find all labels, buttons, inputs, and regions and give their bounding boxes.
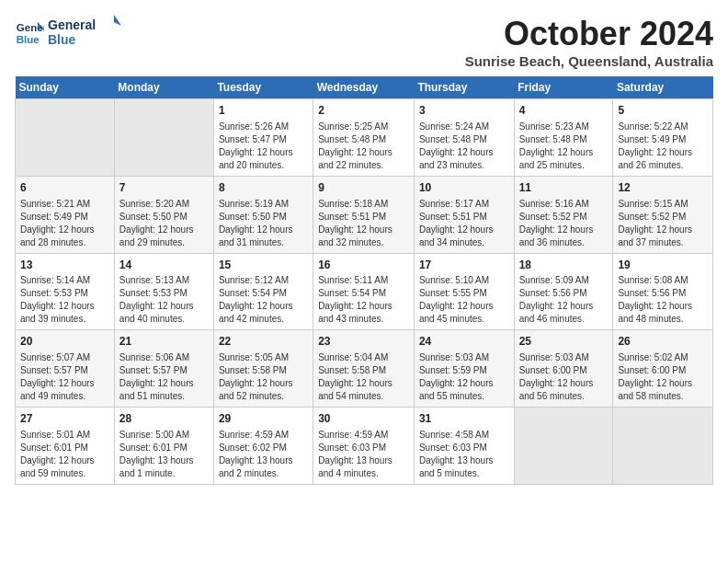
day-info: Sunrise: 5:09 AMSunset: 5:56 PMDaylight:… xyxy=(519,274,609,326)
day-number: 24 xyxy=(419,334,509,350)
day-info: Sunrise: 5:12 AMSunset: 5:54 PMDaylight:… xyxy=(219,274,308,326)
day-info: Sunrise: 5:20 AMSunset: 5:50 PMDaylight:… xyxy=(119,198,209,249)
day-number: 13 xyxy=(20,258,109,273)
calendar-cell: 25Sunrise: 5:03 AMSunset: 6:00 PMDayligh… xyxy=(514,330,613,408)
calendar-cell: 30Sunrise: 4:59 AMSunset: 6:03 PMDayligh… xyxy=(313,408,415,485)
calendar-cell: 14Sunrise: 5:13 AMSunset: 5:53 PMDayligh… xyxy=(114,253,213,330)
day-number: 12 xyxy=(618,180,708,196)
day-info: Sunrise: 5:16 AMSunset: 5:52 PMDaylight:… xyxy=(519,198,609,249)
day-number: 10 xyxy=(419,180,509,196)
day-number: 8 xyxy=(219,180,308,196)
logo-svg: General Blue xyxy=(48,15,121,52)
calendar-cell: 20Sunrise: 5:07 AMSunset: 5:57 PMDayligh… xyxy=(16,330,115,408)
day-info: Sunrise: 5:10 AMSunset: 5:55 PMDaylight:… xyxy=(419,274,509,326)
calendar-table: SundayMondayTuesdayWednesdayThursdayFrid… xyxy=(15,76,713,485)
calendar-header: SundayMondayTuesdayWednesdayThursdayFrid… xyxy=(16,76,713,99)
calendar-cell: 12Sunrise: 5:15 AMSunset: 5:52 PMDayligh… xyxy=(613,176,713,253)
day-info: Sunrise: 5:11 AMSunset: 5:54 PMDaylight:… xyxy=(318,274,409,326)
day-number: 19 xyxy=(618,258,708,273)
day-number: 25 xyxy=(519,334,609,350)
day-number: 15 xyxy=(219,258,308,273)
day-info: Sunrise: 5:14 AMSunset: 5:53 PMDaylight:… xyxy=(20,274,109,326)
page-header: General Blue General Blue General Blue O… xyxy=(15,15,713,69)
day-number: 3 xyxy=(419,103,509,119)
calendar-cell: 17Sunrise: 5:10 AMSunset: 5:55 PMDayligh… xyxy=(414,253,514,330)
calendar-cell: 6Sunrise: 5:21 AMSunset: 5:49 PMDaylight… xyxy=(16,176,115,253)
day-info: Sunrise: 5:13 AMSunset: 5:53 PMDaylight:… xyxy=(119,274,209,326)
day-info: Sunrise: 5:23 AMSunset: 5:48 PMDaylight:… xyxy=(519,121,609,172)
day-info: Sunrise: 5:22 AMSunset: 5:49 PMDaylight:… xyxy=(618,121,708,172)
day-info: Sunrise: 5:26 AMSunset: 5:47 PMDaylight:… xyxy=(219,121,308,172)
day-number: 16 xyxy=(318,258,409,273)
day-number: 6 xyxy=(20,180,109,196)
calendar-cell: 3Sunrise: 5:24 AMSunset: 5:48 PMDaylight… xyxy=(414,99,514,177)
day-number: 27 xyxy=(20,411,109,427)
weekday-header-row: SundayMondayTuesdayWednesdayThursdayFrid… xyxy=(16,76,713,99)
calendar-cell: 11Sunrise: 5:16 AMSunset: 5:52 PMDayligh… xyxy=(514,176,613,253)
day-info: Sunrise: 5:03 AMSunset: 5:59 PMDaylight:… xyxy=(419,351,509,403)
calendar-cell: 23Sunrise: 5:04 AMSunset: 5:58 PMDayligh… xyxy=(313,330,415,408)
calendar-body: 1Sunrise: 5:26 AMSunset: 5:47 PMDaylight… xyxy=(16,99,713,485)
day-info: Sunrise: 4:58 AMSunset: 6:03 PMDaylight:… xyxy=(419,429,509,480)
day-number: 9 xyxy=(318,180,409,196)
day-info: Sunrise: 5:00 AMSunset: 6:01 PMDaylight:… xyxy=(119,429,209,480)
day-number: 30 xyxy=(318,411,409,427)
calendar-cell: 21Sunrise: 5:06 AMSunset: 5:57 PMDayligh… xyxy=(114,330,213,408)
calendar-cell: 31Sunrise: 4:58 AMSunset: 6:03 PMDayligh… xyxy=(414,408,514,485)
day-info: Sunrise: 5:01 AMSunset: 6:01 PMDaylight:… xyxy=(20,429,109,480)
calendar-cell: 4Sunrise: 5:23 AMSunset: 5:48 PMDaylight… xyxy=(514,99,613,177)
day-number: 2 xyxy=(318,103,409,119)
day-info: Sunrise: 4:59 AMSunset: 6:02 PMDaylight:… xyxy=(219,429,308,480)
calendar-cell: 10Sunrise: 5:17 AMSunset: 5:51 PMDayligh… xyxy=(414,176,514,253)
calendar-cell: 2Sunrise: 5:25 AMSunset: 5:48 PMDaylight… xyxy=(313,99,415,177)
weekday-header-thursday: Thursday xyxy=(414,76,514,99)
day-number: 7 xyxy=(119,180,209,196)
weekday-header-friday: Friday xyxy=(514,76,613,99)
day-number: 14 xyxy=(119,258,209,273)
day-number: 1 xyxy=(219,103,308,119)
calendar-week-row: 13Sunrise: 5:14 AMSunset: 5:53 PMDayligh… xyxy=(16,253,713,330)
day-info: Sunrise: 4:59 AMSunset: 6:03 PMDaylight:… xyxy=(318,429,409,480)
day-info: Sunrise: 5:07 AMSunset: 5:57 PMDaylight:… xyxy=(20,351,109,403)
calendar-cell: 18Sunrise: 5:09 AMSunset: 5:56 PMDayligh… xyxy=(514,253,613,330)
calendar-cell: 13Sunrise: 5:14 AMSunset: 5:53 PMDayligh… xyxy=(16,253,115,330)
day-info: Sunrise: 5:24 AMSunset: 5:48 PMDaylight:… xyxy=(419,121,509,172)
day-info: Sunrise: 5:25 AMSunset: 5:48 PMDaylight:… xyxy=(318,121,409,172)
calendar-cell xyxy=(114,99,213,177)
calendar-cell: 8Sunrise: 5:19 AMSunset: 5:50 PMDaylight… xyxy=(213,176,313,253)
calendar-cell xyxy=(613,408,713,485)
day-info: Sunrise: 5:04 AMSunset: 5:58 PMDaylight:… xyxy=(318,351,409,403)
day-number: 20 xyxy=(20,334,109,350)
calendar-cell: 15Sunrise: 5:12 AMSunset: 5:54 PMDayligh… xyxy=(213,253,313,330)
calendar-cell: 24Sunrise: 5:03 AMSunset: 5:59 PMDayligh… xyxy=(414,330,514,408)
calendar-cell: 1Sunrise: 5:26 AMSunset: 5:47 PMDaylight… xyxy=(213,99,313,177)
day-info: Sunrise: 5:08 AMSunset: 5:56 PMDaylight:… xyxy=(618,274,708,326)
day-number: 31 xyxy=(419,411,509,427)
calendar-week-row: 20Sunrise: 5:07 AMSunset: 5:57 PMDayligh… xyxy=(16,330,713,408)
calendar-cell: 7Sunrise: 5:20 AMSunset: 5:50 PMDaylight… xyxy=(114,176,213,253)
month-title: October 2024 xyxy=(465,15,713,53)
day-number: 21 xyxy=(119,334,209,350)
calendar-cell: 9Sunrise: 5:18 AMSunset: 5:51 PMDaylight… xyxy=(313,176,415,253)
svg-marker-6 xyxy=(114,15,121,26)
calendar-week-row: 1Sunrise: 5:26 AMSunset: 5:47 PMDaylight… xyxy=(16,99,713,177)
calendar-cell: 16Sunrise: 5:11 AMSunset: 5:54 PMDayligh… xyxy=(313,253,415,330)
day-info: Sunrise: 5:19 AMSunset: 5:50 PMDaylight:… xyxy=(219,198,308,249)
weekday-header-saturday: Saturday xyxy=(613,76,713,99)
day-number: 28 xyxy=(119,411,209,427)
calendar-week-row: 27Sunrise: 5:01 AMSunset: 6:01 PMDayligh… xyxy=(16,408,713,485)
day-info: Sunrise: 5:17 AMSunset: 5:51 PMDaylight:… xyxy=(419,198,509,249)
day-info: Sunrise: 5:18 AMSunset: 5:51 PMDaylight:… xyxy=(318,198,409,249)
svg-text:Blue: Blue xyxy=(17,34,40,45)
day-number: 18 xyxy=(519,258,609,273)
day-info: Sunrise: 5:05 AMSunset: 5:58 PMDaylight:… xyxy=(219,351,308,403)
calendar-cell: 29Sunrise: 4:59 AMSunset: 6:02 PMDayligh… xyxy=(213,408,313,485)
day-number: 17 xyxy=(419,258,509,273)
day-number: 26 xyxy=(618,334,708,350)
day-number: 23 xyxy=(318,334,409,350)
location-title: Sunrise Beach, Queensland, Australia xyxy=(465,53,713,69)
weekday-header-sunday: Sunday xyxy=(16,76,115,99)
weekday-header-tuesday: Tuesday xyxy=(213,76,313,99)
svg-text:General: General xyxy=(48,17,96,32)
title-section: October 2024 Sunrise Beach, Queensland, … xyxy=(465,15,713,69)
